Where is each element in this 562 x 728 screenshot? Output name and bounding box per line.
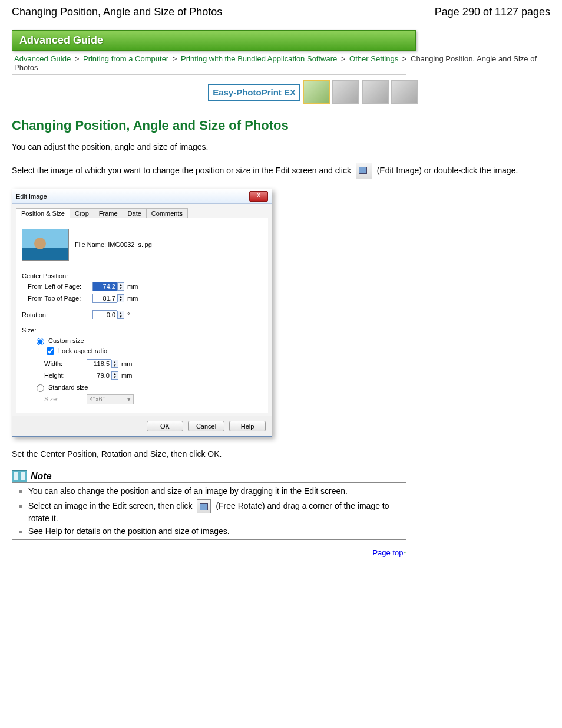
lock-aspect-checkbox[interactable] (47, 347, 54, 355)
tab-position-size[interactable]: Position & Size (16, 208, 70, 218)
rotation-spinner[interactable]: ▲▼ (117, 311, 124, 319)
nav-thumb-1[interactable] (303, 80, 330, 104)
height-input[interactable]: 79.0 (87, 371, 111, 380)
preview-image (22, 229, 69, 261)
note-icon (12, 470, 27, 482)
note-item-2: Select an image in the Edit screen, then… (28, 501, 389, 523)
tab-frame[interactable]: Frame (94, 208, 123, 218)
page-counter: Page 290 of 1127 pages (435, 6, 550, 18)
close-button[interactable]: X (249, 191, 268, 202)
tab-comments[interactable]: Comments (146, 208, 188, 218)
standard-size-radio[interactable] (37, 384, 44, 392)
up-arrow-icon: ↑ (404, 549, 407, 556)
cancel-button[interactable]: Cancel (188, 421, 224, 431)
note-list: You can also change the position and siz… (28, 486, 411, 536)
after-dialog-text: Set the Center Position, Rotation and Si… (12, 449, 550, 460)
page-title: Changing Position, Angle and Size of Pho… (12, 118, 550, 133)
help-button[interactable]: Help (229, 421, 266, 431)
nav-thumb-3[interactable] (362, 80, 389, 104)
nav-thumb-4[interactable] (391, 80, 418, 104)
height-label: Height: (44, 372, 87, 379)
from-left-spinner[interactable]: ▲▼ (117, 282, 124, 291)
width-spinner[interactable]: ▲▼ (111, 360, 118, 368)
from-top-input[interactable]: 81.7 (92, 294, 117, 303)
note-title: Note (31, 471, 52, 482)
intro-text: You can adjust the position, angle and s… (12, 141, 550, 153)
std-size-label: Size: (44, 396, 87, 403)
note-item-3: See Help for details on the position and… (28, 526, 230, 536)
std-size-select: 4"x6"▾ (87, 394, 134, 404)
crumb-bundled-app[interactable]: Printing with the Bundled Application So… (181, 54, 337, 63)
ok-button[interactable]: OK (147, 421, 183, 431)
from-left-label: From Left of Page: (28, 283, 92, 290)
edit-image-dialog: Edit Image X Position & Size Crop Frame … (12, 189, 272, 437)
page-top-link[interactable]: Page top (372, 548, 403, 557)
from-top-label: From Top of Page: (28, 295, 92, 302)
from-left-input[interactable]: 74.2 (92, 282, 117, 291)
height-spinner[interactable]: ▲▼ (111, 371, 118, 380)
tab-crop[interactable]: Crop (70, 208, 94, 218)
select-text: Select the image of which you want to ch… (12, 163, 550, 179)
rotation-label: Rotation: (22, 311, 92, 318)
dialog-title: Edit Image (16, 193, 47, 200)
crumb-other-settings[interactable]: Other Settings (349, 54, 398, 63)
lock-aspect-label: Lock aspect ratio (58, 347, 107, 354)
crumb-advanced-guide[interactable]: Advanced Guide (14, 54, 71, 63)
custom-size-label: Custom size (48, 337, 84, 344)
crumb-printing-computer[interactable]: Printing from a Computer (83, 54, 168, 63)
center-position-label: Center Position: (22, 272, 262, 279)
custom-size-radio[interactable] (37, 338, 44, 345)
file-name-label: File Name: IMG0032_s.jpg (75, 241, 152, 248)
doc-title: Changing Position, Angle and Size of Pho… (12, 6, 222, 18)
rotation-input[interactable]: 0.0 (92, 310, 117, 319)
width-input[interactable]: 118.5 (87, 359, 111, 368)
free-rotate-icon (197, 499, 211, 513)
nav-thumb-2[interactable] (332, 80, 359, 104)
edit-image-icon (356, 163, 372, 179)
tab-date[interactable]: Date (123, 208, 147, 218)
size-label: Size: (22, 327, 262, 334)
from-top-spinner[interactable]: ▲▼ (117, 294, 124, 302)
app-logo: Easy-PhotoPrint EX (208, 84, 300, 101)
breadcrumb: Advanced Guide > Printing from a Compute… (12, 54, 550, 72)
note-item-1: You can also change the position and siz… (28, 486, 348, 496)
standard-size-label: Standard size (48, 384, 88, 391)
guide-banner: Advanced Guide (12, 30, 416, 51)
width-label: Width: (44, 360, 87, 367)
